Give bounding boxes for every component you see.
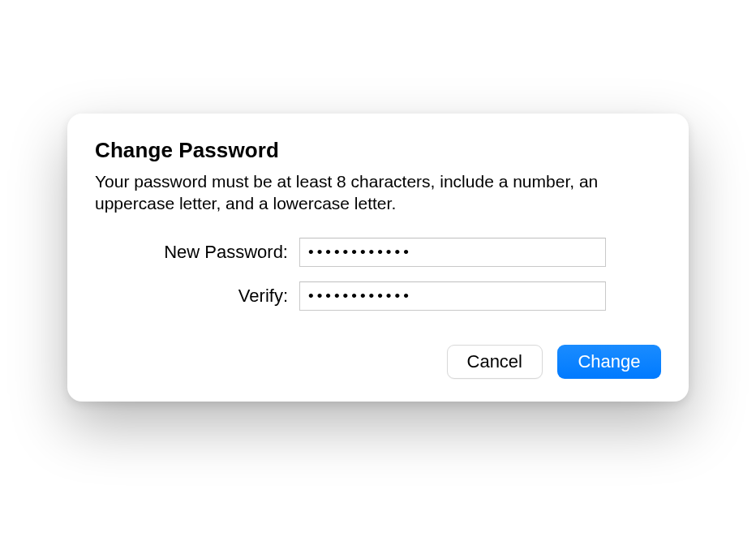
form-row-verify: Verify: (95, 281, 661, 311)
verify-input[interactable] (299, 281, 606, 311)
new-password-input[interactable] (299, 238, 606, 267)
verify-label: Verify: (95, 286, 299, 307)
new-password-label: New Password: (95, 242, 299, 263)
dialog-description: Your password must be at least 8 charact… (95, 171, 661, 215)
form-row-new-password: New Password: (95, 238, 661, 267)
dialog-buttons: Cancel Change (95, 345, 661, 379)
change-password-dialog: Change Password Your password must be at… (67, 114, 689, 402)
dialog-title: Change Password (95, 138, 661, 163)
cancel-button[interactable]: Cancel (447, 345, 543, 379)
change-button[interactable]: Change (557, 345, 661, 379)
